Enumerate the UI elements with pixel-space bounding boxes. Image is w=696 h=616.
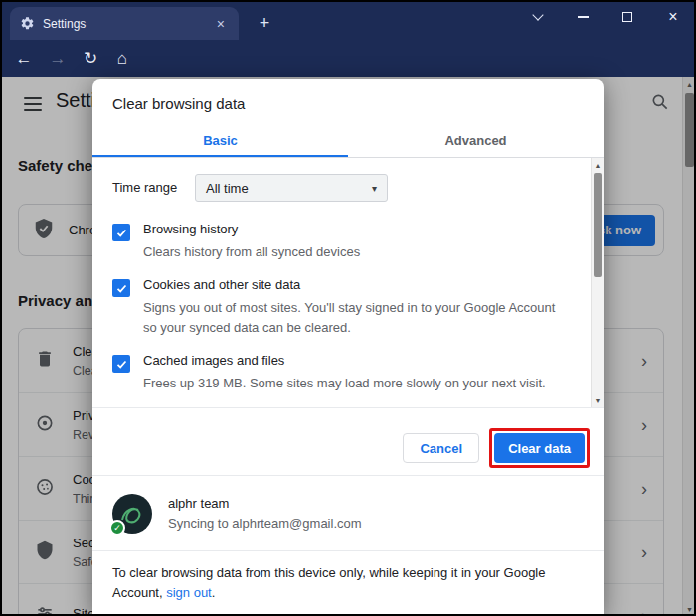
close-window-button[interactable]: × [654, 3, 692, 31]
clear-browsing-data-dialog: Clear browsing data Basic Advanced Time … [92, 79, 604, 616]
dialog-content: Time range All time ▾ Browsing history C… [92, 158, 604, 408]
minimize-icon [578, 16, 589, 18]
option-title: Cookies and other site data [143, 277, 570, 292]
tab-advanced[interactable]: Advanced [348, 125, 604, 157]
avatar-wrap: ✓ [112, 494, 152, 534]
option-cached-images: Cached images and files Frees up 319 MB.… [112, 353, 570, 393]
browsing-history-checkbox[interactable] [112, 224, 130, 241]
browser-window: Settings × + × ← → ↻ ⌂ Chrome | chrome:/… [0, 0, 696, 616]
time-range-value: All time [206, 181, 249, 196]
minimize-button[interactable] [564, 3, 602, 31]
option-description: Signs you out of most sites. You'll stay… [143, 298, 570, 338]
account-sync-status: Syncing to alphrteam@gmail.com [168, 516, 362, 531]
browser-toolbar: ← → ↻ ⌂ Chrome | chrome://settings/clear… [0, 40, 696, 77]
home-button[interactable]: ⌂ [108, 46, 136, 72]
option-description: Clears history from all synced devices [143, 242, 360, 262]
dialog-actions: Cancel Clear data [403, 427, 590, 469]
chevron-down-glyph [532, 9, 543, 20]
maximize-button[interactable] [609, 3, 646, 31]
option-text: Browsing history Clears history from all… [143, 222, 360, 262]
option-description: Frees up 319 MB. Some sites may load mor… [143, 374, 546, 393]
account-text: alphr team Syncing to alphrteam@gmail.co… [168, 496, 362, 531]
sign-out-link[interactable]: sign out [166, 585, 212, 600]
option-text: Cached images and files Frees up 319 MB.… [143, 353, 546, 393]
tab-basic[interactable]: Basic [92, 125, 348, 157]
dialog-footer: To clear browsing data from this device … [92, 550, 604, 603]
dialog-scrollbar-thumb[interactable] [594, 173, 602, 277]
time-range-dropdown[interactable]: All time ▾ [195, 174, 388, 202]
gear-icon [20, 16, 35, 31]
annotation-highlight: Clear data [489, 428, 590, 468]
maximize-icon [622, 12, 632, 22]
footer-suffix: . [212, 585, 216, 600]
tab-close-icon[interactable]: × [213, 15, 229, 33]
tab-title: Settings [43, 17, 205, 31]
new-tab-button[interactable]: + [252, 10, 277, 36]
caret-down-icon: ▾ [372, 183, 377, 194]
forward-button[interactable]: → [44, 46, 72, 72]
account-section: ✓ alphr team Syncing to alphrteam@gmail.… [92, 475, 604, 550]
scroll-up-icon[interactable]: ▲ [592, 158, 604, 172]
option-cookies: Cookies and other site data Signs you ou… [112, 277, 570, 338]
cached-images-checkbox[interactable] [112, 355, 130, 373]
clear-data-button[interactable]: Clear data [494, 433, 585, 463]
option-title: Browsing history [143, 222, 360, 236]
option-browsing-history: Browsing history Clears history from all… [112, 222, 570, 262]
sync-check-badge-icon: ✓ [109, 520, 125, 536]
time-range-label: Time range [112, 180, 177, 195]
titlebar: Settings × + × [0, 0, 696, 40]
dialog-scrollbar[interactable]: ▲ ▼ [591, 158, 604, 407]
scroll-down-icon[interactable]: ▼ [592, 393, 604, 407]
account-name: alphr team [168, 496, 362, 511]
browser-tab-settings[interactable]: Settings × [10, 7, 239, 40]
reload-button[interactable]: ↻ [77, 46, 104, 72]
option-title: Cached images and files [143, 353, 546, 368]
back-button[interactable]: ← [10, 46, 38, 72]
dialog-title: Clear browsing data [112, 95, 245, 112]
window-chevron-down-icon[interactable] [519, 3, 557, 31]
dialog-tabs: Basic Advanced [92, 125, 604, 158]
cancel-button[interactable]: Cancel [403, 433, 479, 463]
option-text: Cookies and other site data Signs you ou… [143, 277, 570, 338]
cookies-checkbox[interactable] [112, 279, 130, 297]
